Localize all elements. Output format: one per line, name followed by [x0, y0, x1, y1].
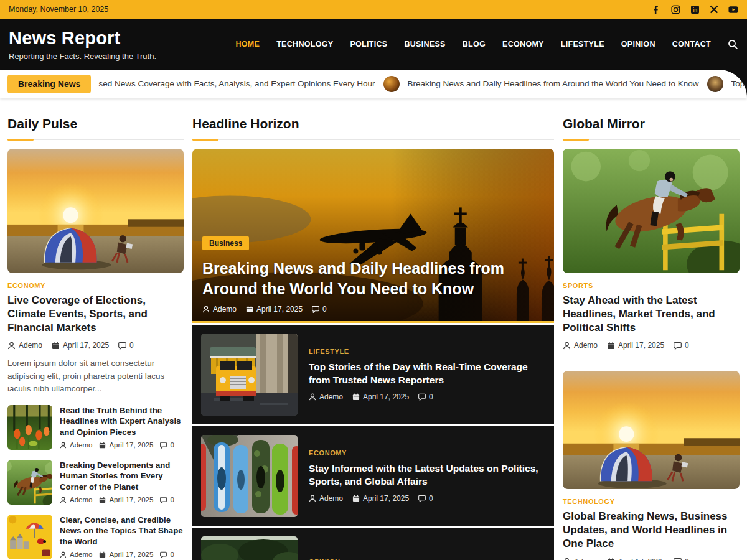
- article-row: OPINION Your Daily Dose of Current Event…: [192, 528, 554, 560]
- comments-icon: [160, 497, 167, 503]
- comments-icon: [674, 558, 682, 560]
- section-headline-horizon: Headline Horizon: [192, 105, 554, 560]
- comments-icon: [160, 551, 167, 558]
- article-title[interactable]: Clear, Concise, and Credible News on the…: [60, 515, 184, 547]
- article-image-camp-sunset[interactable]: [563, 371, 740, 489]
- linkedin-icon[interactable]: in: [690, 4, 700, 14]
- section-daily-pulse: Daily Pulse: [7, 105, 184, 560]
- post-meta: Ademo April 17, 2025 0: [60, 551, 184, 558]
- thumb-tulips[interactable]: [7, 405, 52, 450]
- post-meta: Ademo April 17, 2025 0: [309, 494, 545, 503]
- topbar: Monday, November 10, 2025 in: [0, 0, 747, 19]
- post-meta: Ademo April 17, 2025 0: [202, 305, 544, 314]
- post-meta: Ademo April 17, 2025 0: [60, 441, 184, 449]
- article-title[interactable]: Global Breaking News, Business Updates, …: [563, 510, 740, 551]
- article-title[interactable]: Stay Informed with the Latest Updates on…: [309, 462, 545, 488]
- nav-opinion[interactable]: OPINION: [621, 40, 655, 49]
- category-label[interactable]: SPORTS: [563, 282, 740, 289]
- post-date: April 17, 2025: [109, 496, 153, 503]
- featured-image-camp-sunset[interactable]: [7, 149, 184, 273]
- calendar-icon: [607, 342, 615, 350]
- search-icon[interactable]: [728, 39, 738, 50]
- section-global-mirror: Global Mirror: [563, 105, 740, 560]
- x-twitter-icon[interactable]: [709, 4, 719, 14]
- category-label[interactable]: ECONOMY: [309, 449, 545, 457]
- author-name: Ademo: [319, 393, 343, 401]
- category-label[interactable]: LIFESTYLE: [309, 348, 545, 355]
- category-label[interactable]: TECHNOLOGY: [563, 498, 740, 505]
- ticker-item[interactable]: sed News Coverage with Facts, Analysis, …: [98, 79, 375, 88]
- nav-lifestyle[interactable]: LIFESTYLE: [561, 40, 604, 49]
- category-label[interactable]: ECONOMY: [7, 282, 184, 289]
- nav-politics[interactable]: POLITICS: [350, 40, 387, 49]
- post-meta: Ademo April 17, 2025 0: [60, 496, 184, 503]
- ticker-thumb-truck[interactable]: [707, 76, 723, 92]
- breaking-news-ticker: Breaking News sed News Coverage with Fac…: [0, 70, 747, 98]
- ticker-thumb-plane[interactable]: [383, 76, 400, 92]
- author-icon: [309, 495, 316, 502]
- article-excerpt: Lorem ipsum dolor sit amet consectetur a…: [7, 357, 184, 395]
- nav-economy[interactable]: ECONOMY: [502, 40, 544, 49]
- author-icon: [60, 497, 67, 503]
- author-name: Ademo: [70, 441, 92, 449]
- ticker-item[interactable]: Breaking News and Daily Headlines from A…: [408, 79, 699, 88]
- post-date: April 17, 2025: [618, 558, 664, 560]
- ticker-wrap: Breaking News sed News Coverage with Fac…: [0, 70, 747, 98]
- site-title[interactable]: News Report: [9, 28, 156, 49]
- row-image-truck[interactable]: [201, 334, 298, 416]
- nav-home[interactable]: HOME: [235, 40, 260, 49]
- hero-category-tag[interactable]: Business: [202, 236, 249, 250]
- ticker-item[interactable]: Top Stories of the Day with Real-Time Co…: [731, 79, 747, 88]
- thumb-horse-jump[interactable]: [7, 460, 52, 505]
- facebook-icon[interactable]: [651, 4, 661, 14]
- post-meta: Ademo April 17, 2025 0: [7, 341, 184, 350]
- author-icon: [309, 393, 316, 401]
- svg-text:in: in: [692, 7, 697, 13]
- comments-icon: [418, 393, 426, 401]
- youtube-icon[interactable]: [728, 4, 738, 14]
- nav-contact[interactable]: CONTACT: [672, 40, 711, 49]
- article-title[interactable]: Breaking Developments and Human Stories …: [60, 460, 184, 492]
- category-label[interactable]: OPINION: [309, 558, 545, 560]
- comments-count: 0: [685, 558, 689, 560]
- nav-blog[interactable]: BLOG: [463, 40, 486, 49]
- comments-count: 0: [129, 341, 134, 350]
- comments-count: 0: [322, 305, 327, 314]
- hero-title[interactable]: Breaking News and Daily Headlines from A…: [202, 258, 544, 299]
- author-name: Ademo: [70, 496, 92, 503]
- list-item: Clear, Concise, and Credible News on the…: [7, 515, 184, 559]
- article-title[interactable]: Read the Truth Behind the Headlines with…: [60, 405, 184, 437]
- nav-business[interactable]: BUSINESS: [404, 40, 445, 49]
- calendar-icon: [607, 558, 615, 560]
- comments-count: 0: [685, 341, 689, 350]
- instagram-icon[interactable]: [670, 4, 680, 14]
- calendar-icon: [99, 551, 106, 558]
- article: SPORTS Stay Ahead with the Latest Headli…: [563, 149, 740, 350]
- article-title[interactable]: Stay Ahead with the Latest Headlines, Ma…: [563, 294, 740, 335]
- comments-icon: [312, 306, 319, 313]
- author-name: Ademo: [319, 494, 343, 503]
- post-date: April 17, 2025: [109, 551, 153, 558]
- post-date: April 17, 2025: [363, 494, 409, 503]
- calendar-icon: [352, 495, 360, 502]
- article-image-horse-jump[interactable]: [563, 149, 740, 273]
- section-heading: Headline Horizon: [192, 116, 554, 140]
- author-name: Ademo: [70, 551, 92, 558]
- post-meta: Ademo April 17, 2025 0: [563, 558, 740, 560]
- post-date: April 17, 2025: [109, 441, 153, 449]
- comments-icon: [160, 442, 167, 449]
- article-title[interactable]: Live Coverage of Elections, Climate Even…: [7, 294, 184, 335]
- post-date: April 17, 2025: [256, 305, 303, 314]
- article-row: ECONOMY Stay Informed with the Latest Up…: [192, 426, 554, 526]
- row-image-sunflower-field[interactable]: [201, 536, 298, 560]
- author-name: Ademo: [574, 341, 598, 350]
- list-item: Breaking Developments and Human Stories …: [7, 460, 184, 505]
- calendar-icon: [246, 306, 253, 313]
- author-icon: [60, 442, 67, 449]
- row-image-kayaks[interactable]: [201, 435, 298, 517]
- nav-technology[interactable]: TECHNOLOGY: [276, 40, 333, 49]
- thumb-yellow-flatlay[interactable]: [7, 515, 52, 559]
- article-title[interactable]: Top Stories of the Day with Real-Time Co…: [309, 361, 545, 387]
- post-meta: Ademo April 17, 2025 0: [563, 341, 740, 350]
- hero-article[interactable]: Business Breaking News and Daily Headlin…: [192, 149, 554, 323]
